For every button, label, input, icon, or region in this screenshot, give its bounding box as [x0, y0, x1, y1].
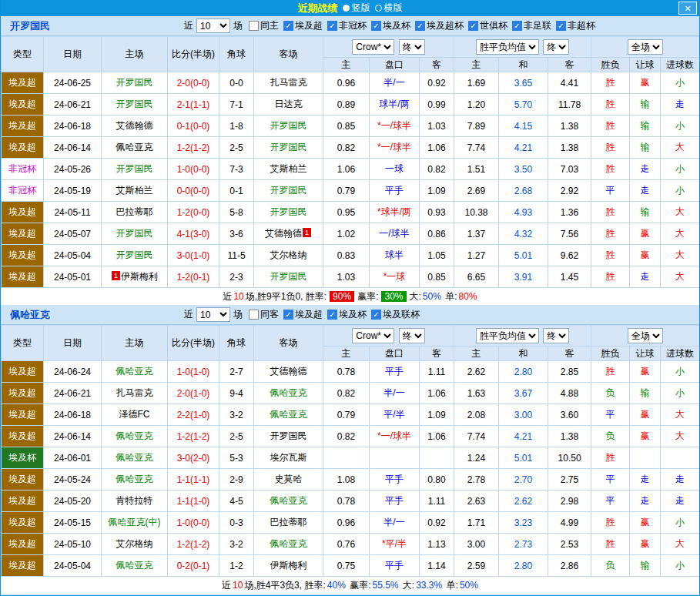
euro-final-select[interactable]: 终	[543, 39, 569, 55]
goals-result-cell: 大	[661, 266, 700, 288]
goals-result-cell	[661, 447, 700, 469]
euro-draw-odds-cell: 4.93	[499, 202, 548, 223]
handicap-result-cell: 走	[630, 491, 661, 512]
asian-home-odds-cell: 0.78	[323, 491, 370, 512]
away-team-cell: 埃尔瓦斯	[254, 447, 323, 469]
home-team-name: 开罗国民	[116, 163, 153, 174]
handicap-cell: 平手	[370, 469, 420, 491]
euro-away-odds-cell: 4.99	[548, 512, 591, 534]
scope-select[interactable]: 全场	[628, 328, 663, 343]
home-team-name: 佩哈亚克	[116, 474, 153, 484]
filter-checkbox[interactable]: ✓埃及超	[283, 19, 323, 32]
filter-checkbox-label: 埃及超	[295, 308, 323, 321]
home-team-cell: 泽德FC	[102, 404, 168, 426]
goals-result-cell: 小	[661, 383, 700, 404]
handicap-cell: 平手	[370, 491, 420, 512]
league-type-cell: 埃及超	[2, 534, 44, 555]
euro-draw-odds-cell: 3.00	[499, 404, 548, 426]
euro-away-odds-cell: 2.92	[548, 180, 591, 202]
match-date-cell: 24-06-14	[44, 137, 102, 159]
filter-checkbox[interactable]: ✓非足联	[512, 19, 551, 32]
asian-final-select[interactable]: 终	[399, 39, 425, 55]
away-team-name: 开罗国民	[270, 206, 307, 217]
asian-away-odds-cell: 1.11	[420, 491, 454, 512]
filter-checkbox[interactable]: ✓埃及杯	[327, 308, 367, 321]
result-cell: 平	[591, 469, 630, 491]
home-team-name: 佩哈亚克	[116, 560, 153, 571]
asian-final-select[interactable]: 终	[399, 328, 425, 343]
layout-vertical-label: 竖版	[352, 2, 370, 15]
filter-checkbox[interactable]: ✓非冠杯	[327, 19, 367, 32]
subcol-asian-away: 客	[420, 347, 454, 361]
filter-checkbox[interactable]: ✓埃及联杯	[371, 308, 420, 321]
match-count-select[interactable]: 10	[196, 307, 230, 322]
footer-stat-segment: 近	[222, 579, 231, 592]
checkbox-checked-icon: ✓	[512, 21, 522, 31]
league-type-cell: 埃及超	[2, 266, 44, 288]
layout-horizontal-radio[interactable]: 横版	[375, 2, 403, 15]
matches-table-home: 类型 日期 主场 比分(半场) 角球 客场 Crow* 终 胜平负均值 终	[1, 36, 700, 288]
match-row: 埃及超24-05-011伊斯梅利1-2(0-1)2-3开罗国民1.03*一球0.…	[2, 266, 700, 288]
corner-cell: 1-2	[219, 555, 254, 577]
away-team-name: 佩哈亚克	[270, 538, 307, 549]
match-count-select[interactable]: 10	[196, 18, 230, 33]
euro-company-select[interactable]: 胜平负均值	[476, 39, 539, 55]
footer-stat-segment: 10	[233, 291, 243, 302]
filter-checkbox[interactable]: ✓非超杯	[556, 19, 595, 32]
asian-away-odds-cell: 1.11	[420, 361, 454, 383]
euro-draw-odds-cell: 5.70	[499, 94, 548, 116]
match-date-cell: 24-05-07	[44, 223, 102, 245]
asian-away-odds-cell: 0.99	[420, 94, 454, 116]
euro-home-odds-cell: 1.71	[454, 512, 499, 534]
goals-result-cell: 大	[661, 223, 700, 245]
filter-checkbox[interactable]: ✓埃及超杯	[415, 19, 464, 32]
result-cell: 平	[591, 404, 630, 426]
team-header: 佩哈亚克 近 10 场 同客✓埃及超✓埃及杯✓埃及联杯	[1, 305, 699, 325]
league-type-cell: 埃及超	[2, 223, 44, 245]
subcol-asian-home: 主	[323, 58, 370, 72]
checkbox-unchecked-icon	[249, 21, 259, 31]
col-header-away: 客场	[254, 326, 323, 361]
home-team-cell: 开罗国民	[102, 245, 168, 266]
handicap-result-cell: 赢	[630, 361, 661, 383]
filter-checkbox[interactable]: ✓埃及超	[283, 308, 323, 321]
scope-select[interactable]: 全场	[628, 39, 663, 55]
match-date-cell: 24-05-01	[44, 266, 102, 288]
filter-checkbox[interactable]: ✓埃及杯	[371, 19, 410, 32]
euro-home-odds-cell: 6.65	[454, 266, 499, 288]
score-cell: 1-2(1-2)	[168, 137, 219, 159]
away-team-cell: 开罗国民	[254, 180, 323, 202]
asian-home-odds-cell: 0.82	[323, 426, 370, 447]
goals-result-cell: 走	[661, 469, 700, 491]
corner-cell: 7-1	[219, 94, 254, 116]
league-type-cell: 埃及超	[2, 383, 44, 404]
checkbox-checked-icon: ✓	[556, 21, 566, 31]
filter-checkbox[interactable]: ✓世俱杯	[468, 19, 507, 32]
euro-final-select[interactable]: 终	[543, 328, 569, 343]
away-team-cell: 艾斯柏兰	[254, 159, 323, 180]
filter-checkbox[interactable]: 同主	[249, 19, 279, 32]
filter-checkbox[interactable]: 同客	[249, 308, 279, 321]
layout-vertical-radio[interactable]: 竖版	[343, 2, 370, 15]
asian-away-odds-cell: 1.09	[420, 180, 454, 202]
asian-company-select[interactable]: Crow*	[352, 39, 394, 55]
euro-company-select[interactable]: 胜平负均值	[476, 328, 539, 343]
home-team-name: 巴拉蒂耶	[116, 206, 153, 217]
asian-home-odds-cell: 0.76	[323, 534, 370, 555]
home-team-name: 佩哈亚克	[116, 452, 153, 463]
league-type-cell: 非冠杯	[2, 159, 44, 180]
close-button[interactable]: ✕	[678, 2, 697, 15]
euro-draw-odds-cell: 3.50	[499, 159, 548, 180]
team-name: 开罗国民	[10, 19, 183, 33]
euro-home-odds-cell: 1.37	[454, 223, 499, 245]
asian-company-select[interactable]: Crow*	[352, 328, 394, 343]
handicap-cell: 平手	[370, 361, 420, 383]
result-cell: 平	[591, 180, 630, 202]
col-header-score: 比分(半场)	[168, 37, 219, 72]
footer-stat-segment: 场,胜4平3负3, 胜率:	[244, 579, 325, 592]
corner-cell: 0-0	[219, 72, 254, 94]
subcol-asian-away: 客	[420, 58, 454, 72]
footer-stat-segment: 赢率:	[357, 290, 378, 303]
league-type-cell: 埃及超	[2, 491, 44, 512]
score-cell: 2-0(0-0)	[168, 72, 219, 94]
